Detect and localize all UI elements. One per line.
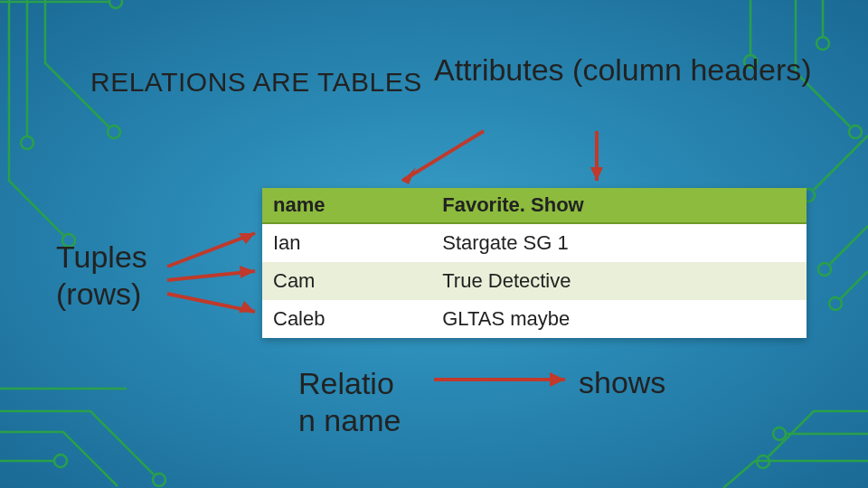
label-tuples-line2: (rows) (56, 277, 141, 311)
svg-marker-25 (550, 372, 565, 387)
svg-marker-21 (240, 266, 255, 278)
label-relation-line1: Relatio (298, 366, 394, 400)
svg-point-3 (21, 136, 33, 149)
cell-name: Caleb (262, 300, 431, 338)
svg-point-11 (829, 297, 842, 310)
svg-marker-23 (239, 301, 255, 313)
svg-line-20 (167, 271, 255, 280)
svg-point-12 (773, 427, 786, 440)
svg-line-18 (167, 233, 255, 267)
label-relation-line2: n name (298, 403, 401, 437)
label-attributes: Attributes (column headers) (434, 51, 814, 89)
table-header-row: name Favorite. Show (262, 188, 807, 223)
table-row: Ian Stargate SG 1 (262, 223, 807, 262)
label-shows-value: shows (579, 365, 665, 400)
cell-name: Ian (262, 223, 431, 262)
col-header-name: name (262, 188, 431, 223)
table-row: Cam True Detective (262, 262, 807, 300)
cell-show: Stargate SG 1 (431, 223, 807, 262)
cell-name: Cam (262, 262, 431, 300)
table-row: Caleb GLTAS maybe (262, 300, 807, 338)
svg-point-7 (849, 126, 862, 138)
svg-marker-19 (239, 233, 255, 244)
cell-show: GLTAS maybe (431, 300, 807, 338)
svg-point-4 (153, 474, 165, 486)
col-header-show: Favorite. Show (431, 188, 807, 223)
svg-line-14 (402, 131, 484, 181)
cell-show: True Detective (431, 262, 807, 300)
relation-table: name Favorite. Show Ian Stargate SG 1 Ca… (262, 188, 807, 338)
label-tuples: Tuples (rows) (56, 239, 147, 313)
slide-title: RELATIONS ARE TABLES (90, 67, 422, 98)
label-relation-name: Relatio n name (298, 365, 401, 439)
svg-point-13 (757, 455, 769, 468)
svg-line-22 (167, 294, 255, 312)
svg-point-5 (54, 455, 67, 467)
svg-point-8 (816, 37, 829, 50)
svg-marker-15 (402, 167, 416, 184)
svg-point-10 (818, 263, 831, 276)
svg-point-0 (109, 0, 122, 8)
svg-marker-17 (590, 167, 603, 181)
svg-point-1 (108, 126, 120, 138)
label-tuples-line1: Tuples (56, 239, 147, 274)
